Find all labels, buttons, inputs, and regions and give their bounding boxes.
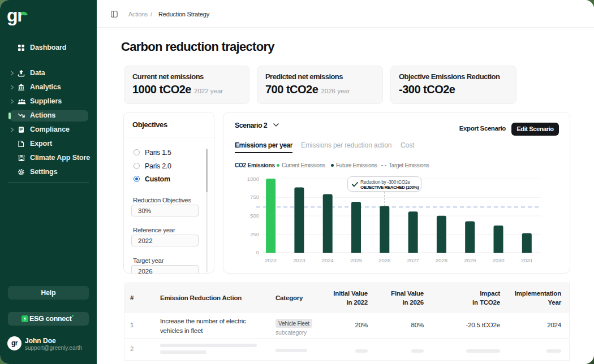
svg-text:2024: 2024	[322, 257, 334, 263]
svg-text:1000: 1000	[247, 176, 259, 182]
svg-text:2031: 2031	[521, 257, 533, 263]
svg-text:250: 250	[250, 231, 259, 237]
svg-text:0: 0	[256, 249, 259, 255]
svg-text:2029: 2029	[464, 257, 476, 263]
svg-text:750: 750	[250, 194, 259, 200]
svg-text:2028: 2028	[436, 257, 447, 263]
svg-text:2025: 2025	[350, 257, 362, 263]
svg-text:2030: 2030	[492, 257, 504, 263]
svg-text:2026: 2026	[378, 257, 390, 263]
svg-text:2023: 2023	[293, 257, 305, 263]
svg-text:500: 500	[250, 213, 259, 219]
svg-text:2027: 2027	[407, 257, 419, 263]
svg-text:2022: 2022	[265, 257, 277, 263]
